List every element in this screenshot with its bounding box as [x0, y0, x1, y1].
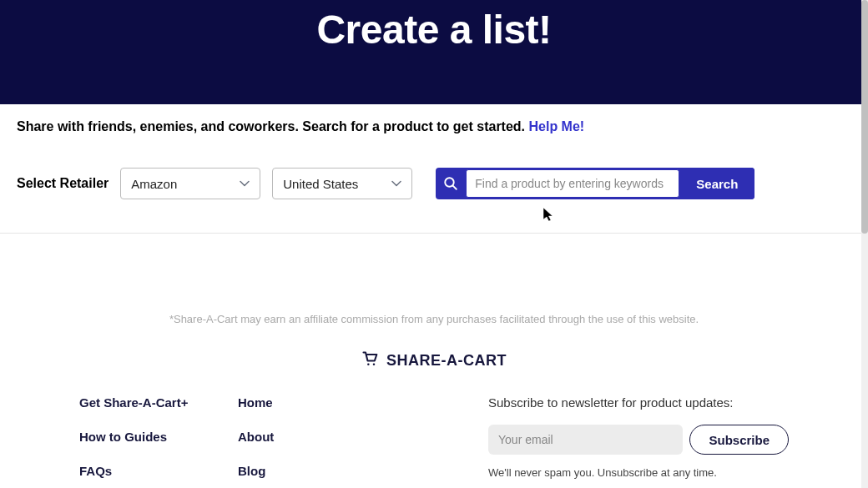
- newsletter-title: Subscribe to newsletter for product upda…: [488, 395, 789, 410]
- search-icon: [436, 168, 466, 199]
- link-how-to-guides[interactable]: How to Guides: [79, 430, 196, 444]
- svg-point-3: [373, 363, 376, 365]
- subscribe-button[interactable]: Subscribe: [689, 425, 789, 455]
- retailer-dropdown[interactable]: Amazon: [120, 168, 260, 199]
- hero-section: Create a list!: [0, 0, 868, 104]
- link-faqs[interactable]: FAQs: [79, 464, 196, 478]
- page-title: Create a list!: [316, 7, 551, 53]
- link-get-share-a-cart[interactable]: Get Share-A-Cart+: [79, 395, 196, 410]
- search-button[interactable]: Search: [679, 168, 754, 199]
- chevron-down-icon: [391, 178, 401, 189]
- country-value: United States: [283, 177, 358, 191]
- affiliate-disclaimer: *Share-A-Cart may earn an affiliate comm…: [0, 234, 868, 342]
- newsletter-note: We'll never spam you. Unsubscribe at any…: [488, 466, 789, 479]
- svg-line-1: [453, 186, 457, 189]
- country-dropdown[interactable]: United States: [272, 168, 412, 199]
- search-row: Select Retailer Amazon United States Sea…: [0, 143, 868, 233]
- brand-logo: SHARE-A-CART: [0, 342, 868, 395]
- instructions-text: Share with friends, enemies, and coworke…: [0, 104, 868, 143]
- retailer-value: Amazon: [131, 177, 177, 191]
- chevron-down-icon: [240, 178, 250, 189]
- brand-name: SHARE-A-CART: [386, 352, 507, 370]
- link-blog[interactable]: Blog: [238, 464, 355, 478]
- svg-point-2: [367, 363, 370, 365]
- instructions-span: Share with friends, enemies, and coworke…: [17, 119, 529, 133]
- footer-col-1: Get Share-A-Cart+ How to Guides FAQs: [79, 395, 196, 479]
- link-about[interactable]: About: [238, 430, 355, 444]
- scrollbar-track[interactable]: [861, 0, 868, 488]
- footer-col-2: Home About Blog: [238, 395, 355, 479]
- newsletter-row: Subscribe: [488, 425, 789, 455]
- footer: Get Share-A-Cart+ How to Guides FAQs Hom…: [0, 395, 868, 479]
- link-home[interactable]: Home: [238, 395, 355, 410]
- newsletter-section: Subscribe to newsletter for product upda…: [488, 395, 789, 479]
- cart-icon: [361, 350, 378, 370]
- select-retailer-label: Select Retailer: [17, 176, 108, 191]
- search-box: Search: [436, 168, 754, 199]
- help-me-link[interactable]: Help Me!: [529, 119, 585, 133]
- email-field[interactable]: [488, 425, 683, 455]
- search-input[interactable]: [466, 169, 679, 198]
- scrollbar-thumb[interactable]: [861, 0, 868, 234]
